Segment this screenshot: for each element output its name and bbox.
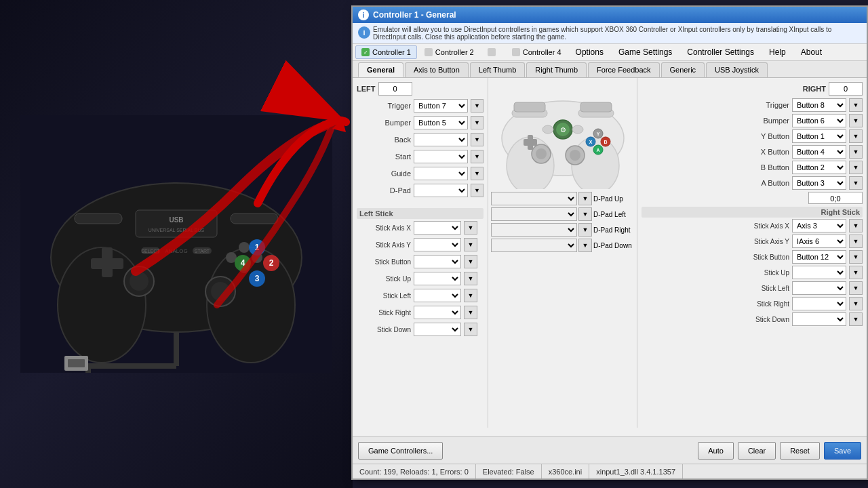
right-bumper-dd-btn[interactable]: ▼ xyxy=(849,114,863,127)
clear-button[interactable]: Clear xyxy=(738,442,776,460)
svg-rect-52 xyxy=(524,139,537,146)
right-stick-down-dropdown[interactable] xyxy=(792,312,846,326)
b-button-row: B Button Button 2 ▼ xyxy=(642,161,863,174)
right-stick-axis-y-dropdown[interactable]: IAxis 6 xyxy=(792,235,846,248)
right-trigger-dropdown[interactable]: Button 8 xyxy=(792,98,846,112)
right-trigger-dd-btn[interactable]: ▼ xyxy=(849,98,863,112)
tab-force-feedback[interactable]: Force Feedback xyxy=(588,62,659,77)
save-button[interactable]: Save xyxy=(824,442,861,460)
right-stick-button-dropdown[interactable]: Button 12 xyxy=(792,250,846,264)
left-stick-button-label: Stick Button xyxy=(357,258,411,266)
right-stick-button-dd-btn[interactable]: ▼ xyxy=(849,250,863,264)
main-dialog: i Controller 1 - General i Emulator will… xyxy=(351,5,868,480)
left-stick-down-dropdown[interactable] xyxy=(414,323,461,336)
svg-text:SELECT: SELECT xyxy=(141,249,160,253)
about-menu[interactable]: About xyxy=(794,45,829,59)
right-stick-axis-y-label: Stick Axis Y xyxy=(754,238,789,245)
right-stick-axis-x-dd-btn[interactable]: ▼ xyxy=(849,219,863,232)
left-dpad-dropdown[interactable] xyxy=(414,184,468,197)
right-value-input[interactable] xyxy=(829,82,863,96)
reset-button[interactable]: Reset xyxy=(780,442,820,460)
left-bumper-dropdown[interactable]: Button 5 xyxy=(414,116,468,129)
left-stick-down-dd-btn[interactable]: ▼ xyxy=(464,323,477,336)
left-stick-right-label: Stick Right xyxy=(357,309,411,317)
b-button-label: B Button xyxy=(761,163,789,171)
svg-text:A: A xyxy=(596,148,599,152)
left-bumper-dd-btn[interactable]: ▼ xyxy=(471,116,484,129)
right-stick-right-dropdown[interactable] xyxy=(792,297,846,310)
left-stick-axis-y-dd-btn[interactable]: ▼ xyxy=(464,238,477,251)
y-button-dd-btn[interactable]: ▼ xyxy=(849,129,863,143)
tab-left-thumb[interactable]: Left Thumb xyxy=(470,62,525,77)
back-dd-btn[interactable]: ▼ xyxy=(471,133,484,146)
guide-dropdown[interactable] xyxy=(414,167,468,180)
left-value-input[interactable] xyxy=(378,82,412,96)
left-stick-right-dd-btn[interactable]: ▼ xyxy=(464,306,477,319)
dpad-down-dd-btn[interactable]: ▼ xyxy=(578,239,592,252)
start-dd-btn[interactable]: ▼ xyxy=(471,150,484,163)
game-settings-menu[interactable]: Game Settings xyxy=(612,45,679,59)
tab-general[interactable]: General xyxy=(358,62,403,77)
right-stick-left-dropdown[interactable] xyxy=(792,281,846,295)
svg-point-50 xyxy=(572,125,583,134)
tab-generic[interactable]: Generic xyxy=(661,62,705,77)
start-dropdown[interactable] xyxy=(414,150,468,163)
tab-axis-to-button[interactable]: Axis to Button xyxy=(405,62,469,77)
left-stick-axis-x-dropdown[interactable] xyxy=(414,221,461,235)
dpad-right-dd-btn[interactable]: ▼ xyxy=(578,223,592,237)
svg-rect-4 xyxy=(136,210,217,237)
controller2-check xyxy=(425,48,433,56)
svg-rect-30 xyxy=(75,214,122,224)
right-bumper-dropdown[interactable]: Button 6 xyxy=(792,114,846,127)
left-stick-axis-y-dropdown[interactable] xyxy=(414,238,461,251)
dpad-left-dd-btn[interactable]: ▼ xyxy=(578,207,592,221)
dpad-up-dd-btn[interactable]: ▼ xyxy=(578,192,592,205)
controller-settings-menu[interactable]: Controller Settings xyxy=(680,45,761,59)
left-stick-up-dd-btn[interactable]: ▼ xyxy=(464,272,477,285)
right-stick-axis-y-dd-btn[interactable]: ▼ xyxy=(849,235,863,248)
right-stick-up-dropdown[interactable] xyxy=(792,266,846,279)
svg-point-29 xyxy=(211,282,230,301)
y-button-dropdown[interactable]: Button 1 xyxy=(792,129,846,143)
background-area: USB UNIVERSAL SERIAL BUS 1 2 3 4 SELECT … xyxy=(0,0,353,488)
left-stick-axis-x-dd-btn[interactable]: ▼ xyxy=(464,221,477,235)
controller2-tab[interactable]: Controller 2 xyxy=(418,45,480,59)
right-stick-down-dd-btn[interactable]: ▼ xyxy=(849,312,863,326)
x-button-dropdown[interactable]: Button 4 xyxy=(792,145,846,159)
tab-right-thumb[interactable]: Right Thumb xyxy=(526,62,587,77)
right-stick-left-dd-btn[interactable]: ▼ xyxy=(849,281,863,295)
a-button-dd-btn[interactable]: ▼ xyxy=(849,176,863,190)
guide-dd-btn[interactable]: ▼ xyxy=(471,167,484,180)
controller4-tab[interactable]: Controller 4 xyxy=(506,45,568,59)
left-stick-left-dropdown[interactable] xyxy=(414,289,461,302)
left-stick-button-dropdown[interactable] xyxy=(414,255,461,268)
right-stick-axis-x-dropdown[interactable]: Axis 3 xyxy=(792,219,846,232)
game-controllers-button[interactable]: Game Controllers... xyxy=(358,442,443,460)
left-stick-button-dd-btn[interactable]: ▼ xyxy=(464,255,477,268)
dpad-down-dropdown[interactable] xyxy=(491,239,577,252)
left-stick-left-dd-btn[interactable]: ▼ xyxy=(464,289,477,302)
dpad-up-dropdown[interactable] xyxy=(491,192,577,205)
ini-text: x360ce.ini xyxy=(549,468,583,476)
dpad-right-dropdown[interactable] xyxy=(491,223,577,237)
right-stick-up-dd-btn[interactable]: ▼ xyxy=(849,266,863,279)
tab-usb-joystick[interactable]: USB Joystick xyxy=(706,62,768,77)
b-button-dd-btn[interactable]: ▼ xyxy=(849,161,863,174)
help-menu[interactable]: Help xyxy=(762,45,793,59)
dpad-left-row: ▼ D-Pad Left xyxy=(491,207,634,221)
auto-button[interactable]: Auto xyxy=(698,442,734,460)
left-stick-up-dropdown[interactable] xyxy=(414,272,461,285)
options-menu[interactable]: Options xyxy=(569,45,610,59)
left-dpad-dd-btn[interactable]: ▼ xyxy=(471,184,484,197)
left-trigger-dd-btn[interactable]: ▼ xyxy=(471,99,484,113)
controller3-tab[interactable] xyxy=(481,45,505,59)
b-button-dropdown[interactable]: Button 2 xyxy=(792,161,846,174)
right-stick-right-dd-btn[interactable]: ▼ xyxy=(849,297,863,310)
a-button-dropdown[interactable]: Button 3 xyxy=(792,176,846,190)
controller1-tab[interactable]: ✓ Controller 1 xyxy=(355,45,417,59)
x-button-dd-btn[interactable]: ▼ xyxy=(849,145,863,159)
dpad-left-dropdown[interactable] xyxy=(491,207,577,221)
left-trigger-dropdown[interactable]: Button 7 xyxy=(414,99,468,113)
back-dropdown[interactable] xyxy=(414,133,468,146)
left-stick-right-dropdown[interactable] xyxy=(414,306,461,319)
